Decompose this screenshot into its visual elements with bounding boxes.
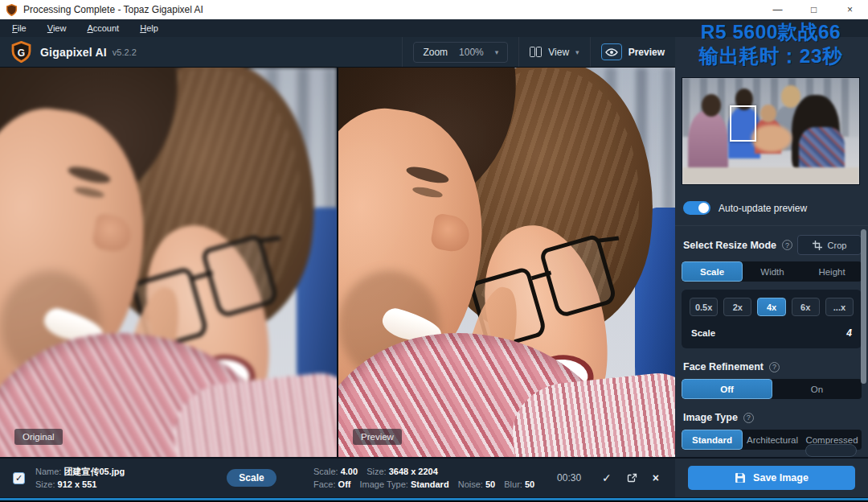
scale-row-value: 4 (846, 327, 852, 339)
scale-mode-pill[interactable]: Scale (227, 469, 276, 487)
preset-custom[interactable]: ...x (825, 298, 854, 316)
crop-button-label: Crop (828, 241, 847, 250)
gigapixel-logo-icon: G (10, 41, 32, 63)
preview-group[interactable]: Preview (590, 37, 675, 67)
open-external-icon[interactable] (627, 473, 637, 483)
window-title: Processing Complete - Topaz Gigapixel AI (23, 4, 203, 15)
split-view-icon (530, 47, 542, 57)
out-type-value: Standard (411, 479, 449, 489)
app-brand: G Gigapixel AI v5.2.2 (0, 41, 137, 63)
minimize-button[interactable]: — (760, 0, 796, 19)
zoom-value[interactable]: 100% (459, 47, 484, 58)
tab-height[interactable]: Height (802, 261, 862, 282)
save-button-label: Save Image (753, 472, 809, 483)
zoom-control[interactable]: Zoom 100% ▾ (413, 42, 508, 63)
workspace: G Gigapixel AI v5.2.2 Zoom 100% ▾ (0, 37, 868, 497)
chevron-down-icon[interactable]: ▾ (495, 48, 499, 56)
main-column: G Gigapixel AI v5.2.2 Zoom 100% ▾ (0, 37, 675, 497)
menu-view[interactable]: View (37, 19, 77, 37)
app-version: v5.2.2 (113, 47, 137, 57)
auto-update-row: Auto-update preview (682, 201, 862, 215)
original-pane[interactable]: Original (0, 68, 337, 457)
preset-0-5x[interactable]: 0.5x (690, 298, 718, 316)
sidebar-scrollbar[interactable] (861, 229, 866, 384)
out-scale-label: Scale: (313, 467, 338, 476)
out-size-label: Size: (366, 467, 386, 476)
preset-2x[interactable]: 2x (723, 298, 751, 316)
clipped-next-section-button (805, 444, 857, 457)
face-off-option[interactable]: Off (682, 379, 772, 399)
thumb-person-1-head (702, 94, 721, 117)
sidebar-divider (675, 225, 868, 226)
type-architectural-option[interactable]: Architectural (743, 430, 802, 450)
auto-update-label: Auto-update preview (719, 203, 807, 214)
status-bar: ✓ Name: 团建宣传05.jpg Size: 912 x 551 Scale… (0, 457, 675, 497)
scale-card: 0.5x 2x 4x 6x ...x Scale 4 (682, 290, 862, 348)
out-noise-value: 50 (485, 479, 495, 489)
zoom-label: Zoom (423, 47, 448, 58)
bottom-accent-line (0, 497, 868, 502)
logo-letter: G (10, 42, 32, 64)
photo-scene (338, 68, 675, 457)
thumbnail-view-rectangle[interactable] (730, 105, 756, 142)
zoom-group: Zoom 100% ▾ (402, 37, 518, 67)
toolbar-right: Zoom 100% ▾ View ▾ (402, 37, 675, 67)
file-name-value: 团建宣传05.jpg (63, 467, 125, 476)
app-name: Gigapixel AI (40, 46, 107, 59)
menu-file[interactable]: File (2, 19, 37, 37)
annotation-line-1: R5 5600款战66 (675, 20, 866, 44)
sidebar-scroll-area[interactable]: Auto-update preview Select Resize Mode ?… (675, 37, 868, 457)
crop-button[interactable]: Crop (797, 235, 862, 255)
close-button[interactable]: × (832, 0, 868, 19)
remove-icon[interactable]: × (653, 471, 659, 484)
face-refinement-title: Face Refinement (683, 361, 764, 372)
thumb-person-4-head (760, 105, 776, 122)
file-size-value: 912 x 551 (58, 479, 97, 489)
topaz-shield-icon (6, 4, 18, 16)
sidebar-footer: Save Image (675, 457, 868, 497)
preset-4x[interactable]: 4x (757, 298, 785, 316)
face-refinement-tabs: Off On (682, 379, 862, 399)
titlebar[interactable]: Processing Complete - Topaz Gigapixel AI… (0, 0, 868, 19)
tab-width[interactable]: Width (743, 261, 802, 282)
file-info: Name: 团建宣传05.jpg Size: 912 x 551 (35, 465, 227, 492)
annotation-line-2: 输出耗时：23秒 (675, 44, 866, 68)
view-label[interactable]: View (548, 47, 569, 58)
image-viewer: Original Preview (0, 68, 675, 457)
chevron-down-icon[interactable]: ▾ (575, 48, 579, 56)
window-controls: — □ × (760, 0, 868, 19)
out-blur-label: Blur: (504, 479, 522, 489)
preset-6x[interactable]: 6x (792, 298, 820, 316)
image-type-header: Image Type ? (682, 412, 862, 423)
done-check-icon[interactable]: ✓ (602, 471, 612, 484)
out-scale-value: 4.00 (341, 467, 358, 476)
toggle-knob (698, 203, 709, 213)
eye-icon[interactable] (601, 43, 622, 60)
save-image-button[interactable]: Save Image (688, 466, 855, 490)
auto-update-toggle[interactable] (683, 201, 710, 215)
face-refinement-header: Face Refinement ? (682, 361, 862, 372)
face-on-option[interactable]: On (772, 379, 862, 399)
preview-pane[interactable]: Preview (337, 68, 675, 457)
menu-account[interactable]: Account (76, 19, 129, 37)
out-blur-value: 50 (525, 479, 534, 489)
maximize-button[interactable]: □ (796, 0, 832, 19)
out-face-value: Off (338, 479, 351, 489)
image-type-title: Image Type (683, 412, 738, 423)
file-checkbox[interactable]: ✓ (13, 472, 25, 484)
help-icon[interactable]: ? (782, 240, 792, 250)
toolbar: G Gigapixel AI v5.2.2 Zoom 100% ▾ (0, 37, 675, 68)
menu-help[interactable]: Help (129, 19, 169, 37)
navigation-thumbnail[interactable] (682, 77, 860, 185)
photo-scene (0, 68, 337, 457)
scale-value-row: Scale 4 (690, 327, 854, 340)
scale-presets: 0.5x 2x 4x 6x ...x (690, 298, 854, 316)
tab-scale[interactable]: Scale (682, 261, 743, 282)
help-icon[interactable]: ? (769, 362, 780, 372)
help-icon[interactable]: ? (743, 413, 754, 423)
output-details: Scale: 4.00 Size: 3648 x 2204 Face: Off … (313, 465, 534, 492)
crop-icon (813, 241, 822, 250)
preview-toggle-label[interactable]: Preview (628, 47, 665, 58)
type-standard-option[interactable]: Standard (682, 430, 743, 450)
view-group[interactable]: View ▾ (518, 37, 589, 67)
